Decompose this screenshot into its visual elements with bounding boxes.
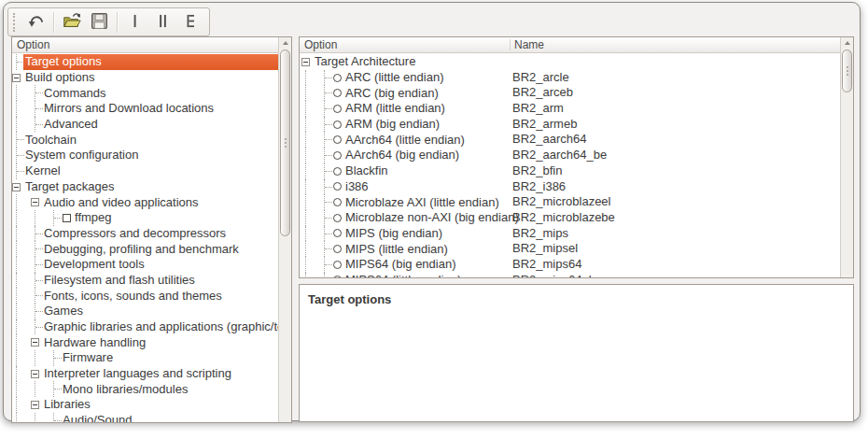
- tree-row[interactable]: Commands: [12, 85, 278, 101]
- collapse-minus-icon[interactable]: [31, 338, 39, 347]
- scroll-up-arrow-icon[interactable]: [843, 39, 851, 48]
- tree-row[interactable]: ffmpeg: [12, 210, 278, 226]
- collapse-minus-icon[interactable]: [31, 198, 39, 206]
- right-vertical-scrollbar[interactable]: [840, 37, 853, 277]
- tree-row[interactable]: Audio/Sound: [12, 413, 278, 422]
- tree-row[interactable]: Games: [12, 304, 278, 319]
- scrollbar-thumb[interactable]: [842, 50, 852, 92]
- radio-button[interactable]: [333, 120, 342, 129]
- tree-row[interactable]: Fonts, icons, sounds and themes: [12, 288, 278, 304]
- radio-button[interactable]: [333, 198, 342, 206]
- tree-item-label: Target packages: [25, 179, 114, 194]
- undo-button[interactable]: [22, 9, 49, 35]
- scroll-up-arrow-icon[interactable]: [281, 39, 289, 48]
- config-symbol-name: BR2_aarch64_be: [512, 148, 607, 163]
- tree-row[interactable]: Compressors and decompressors: [12, 226, 278, 242]
- collapse-minus-icon[interactable]: [301, 58, 310, 66]
- tree-row-content: Mono libraries/modules: [61, 381, 278, 397]
- tree-item-label: Target options: [25, 54, 102, 69]
- tree-guide-line: [16, 226, 17, 242]
- tree-row[interactable]: BlackfinBR2_bfin: [300, 163, 840, 179]
- tree-row[interactable]: Audio and video applications: [12, 194, 278, 210]
- radio-button[interactable]: [333, 245, 342, 253]
- tree-row[interactable]: MIPS (big endian)BR2_mips: [300, 226, 840, 242]
- tree-row[interactable]: Kernel: [12, 163, 278, 179]
- tree-guide-line: [35, 350, 35, 366]
- tree-row-content: Fonts, icons, sounds and themes: [42, 288, 278, 304]
- tree-row[interactable]: Graphic libraries and applications (grap…: [12, 319, 278, 335]
- tree-row[interactable]: MIPS64 (big endian)BR2_mips64: [300, 257, 840, 273]
- tree-row[interactable]: ARC (big endian)BR2_arceb: [300, 85, 840, 101]
- tree-row[interactable]: Debugging, profiling and benchmark: [12, 241, 278, 257]
- tree-row[interactable]: Microblaze non-AXI (big endian)BR2_micro…: [300, 210, 840, 226]
- radio-button[interactable]: [333, 105, 342, 113]
- tree-item-label: MIPS64 (little endian): [345, 273, 461, 277]
- full-view-button[interactable]: [177, 9, 204, 35]
- radio-button[interactable]: [333, 229, 342, 237]
- tree-row[interactable]: Development tools: [12, 257, 278, 273]
- undo-icon: [26, 11, 46, 34]
- collapse-minus-icon[interactable]: [12, 183, 21, 191]
- tree-guide-line: [305, 85, 306, 101]
- tree-row[interactable]: AArch64 (big endian)BR2_aarch64_be: [300, 148, 840, 163]
- tree-row[interactable]: AArch64 (little endian)BR2_aarch64: [300, 132, 840, 148]
- tree-row[interactable]: Microblaze AXI (little endian)BR2_microb…: [300, 194, 840, 210]
- column-separator[interactable]: [510, 39, 511, 50]
- name-header-label: Name: [514, 37, 544, 52]
- tree-row-content: Hardware handling: [42, 334, 278, 350]
- tree-guide-line: [305, 226, 306, 242]
- radio-button[interactable]: [333, 74, 342, 82]
- toolbar-drag-handle[interactable]: [13, 13, 18, 32]
- checkbox[interactable]: [63, 214, 71, 222]
- tree-row[interactable]: ARC (little endian)BR2_arcle: [300, 70, 840, 86]
- tree-item-label: System configuration: [25, 148, 138, 163]
- open-button[interactable]: [58, 9, 85, 35]
- tree-row[interactable]: Firmware: [12, 350, 278, 366]
- split-view-button[interactable]: [149, 9, 176, 35]
- tree-row[interactable]: Filesystem and flash utilities: [12, 273, 278, 289]
- tree-row[interactable]: Advanced: [12, 117, 278, 133]
- collapse-minus-icon[interactable]: [12, 74, 21, 82]
- save-button[interactable]: [86, 9, 113, 35]
- left-vertical-scrollbar[interactable]: [278, 37, 291, 422]
- tree-row[interactable]: Toolchain: [12, 132, 278, 148]
- scrollbar-thumb[interactable]: [280, 50, 290, 236]
- radio-button[interactable]: [333, 167, 342, 176]
- tree-row[interactable]: Target options: [12, 54, 278, 70]
- single-view-button[interactable]: [121, 9, 148, 35]
- tree-guide-line: [16, 288, 17, 304]
- tree-row-content: Audio/Sound: [61, 413, 278, 422]
- tree-row-content: Development tools: [42, 257, 278, 273]
- tree-item-label: Debugging, profiling and benchmark: [44, 242, 239, 257]
- radio-button[interactable]: [333, 214, 342, 222]
- tree-row-content: ffmpeg: [61, 210, 278, 226]
- collapse-minus-icon[interactable]: [31, 401, 39, 409]
- radio-button[interactable]: [333, 276, 342, 277]
- tree-row[interactable]: i386BR2_i386: [300, 179, 840, 195]
- tree-row[interactable]: System configuration: [12, 148, 278, 163]
- radio-button[interactable]: [333, 135, 342, 144]
- tree-row[interactable]: Target packages: [12, 179, 278, 195]
- radio-button[interactable]: [333, 151, 342, 160]
- radio-button[interactable]: [333, 261, 342, 269]
- tree-row[interactable]: ARM (big endian)BR2_armeb: [300, 117, 840, 133]
- radio-button[interactable]: [333, 182, 342, 191]
- config-symbol-name: BR2_mips64el: [512, 273, 592, 277]
- tree-row[interactable]: Mirrors and Download locations: [12, 101, 278, 117]
- split-view-icon: [153, 11, 173, 34]
- tree-row[interactable]: Build options: [12, 70, 278, 86]
- tree-row[interactable]: Libraries: [12, 397, 278, 413]
- tree-item-label: Hardware handling: [44, 335, 146, 350]
- tree-row[interactable]: ARM (little endian)BR2_arm: [300, 101, 840, 117]
- tree-guide-line: [16, 334, 17, 350]
- tree-row[interactable]: Mono libraries/modules: [12, 381, 278, 397]
- tree-guide-line: [35, 413, 35, 422]
- tree-row[interactable]: Target Architecture: [300, 54, 840, 70]
- tree-row-content: ARM (little endian): [331, 101, 840, 117]
- tree-row[interactable]: Hardware handling: [12, 334, 278, 350]
- tree-row[interactable]: Interpreter languages and scripting: [12, 366, 278, 382]
- radio-button[interactable]: [333, 89, 342, 97]
- tree-row[interactable]: MIPS (little endian)BR2_mipsel: [300, 241, 840, 257]
- collapse-minus-icon[interactable]: [31, 370, 39, 378]
- tree-row[interactable]: MIPS64 (little endian)BR2_mips64el: [300, 273, 840, 277]
